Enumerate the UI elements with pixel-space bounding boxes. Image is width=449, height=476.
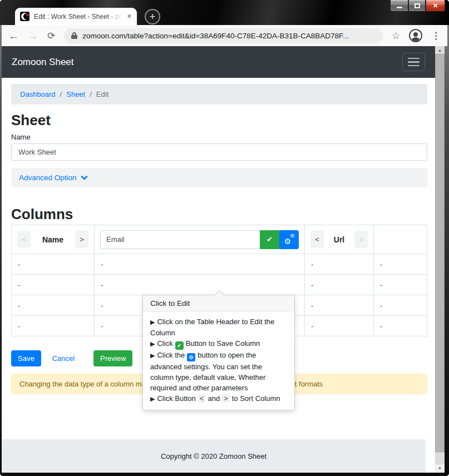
new-tab-button[interactable]: + — [145, 9, 160, 24]
scroll-up-icon[interactable]: ▲ — [435, 46, 445, 54]
table-cell: - — [12, 316, 95, 336]
page-footer: Copyright © 2020 Zomoon Sheet — [2, 439, 426, 473]
bookmark-star-icon[interactable]: ☆ — [392, 30, 400, 42]
popover-line: ▶Click Button<and>to Sort Column — [150, 393, 287, 404]
preview-button[interactable]: Preview — [93, 350, 132, 366]
address-bar[interactable]: zomoon.com/table?action=edit&id=38A69F40… — [64, 28, 383, 43]
table-cell: - — [305, 295, 374, 316]
save-button[interactable]: Save — [11, 350, 41, 366]
column-url-label[interactable]: Url — [334, 235, 344, 244]
table-header-row: < Name > ✔ ⚙⚙ — [12, 225, 427, 254]
browser-menu-icon[interactable]: ⋮ — [431, 30, 441, 42]
save-column-button[interactable]: ✔ — [260, 230, 279, 249]
table-cell: - — [374, 275, 427, 295]
scroll-down-icon[interactable]: ▼ — [435, 464, 445, 473]
bullet-icon: ▶ — [150, 340, 155, 347]
check-icon: ✔ — [267, 235, 273, 244]
site-favicon-icon: ♥ — [20, 12, 29, 21]
table-cell: - — [12, 295, 95, 316]
table-cell: - — [12, 275, 95, 295]
column-name-edit-input[interactable] — [100, 230, 260, 249]
cogs-icon: ⚙⚙ — [284, 235, 294, 245]
minimize-button[interactable] — [390, 0, 408, 12]
close-window-button[interactable]: ✕ — [426, 0, 445, 12]
tab-title: Edit : Work Sheet - Sheet - zomoon — [34, 13, 122, 21]
tab-close-icon[interactable]: ✕ — [127, 13, 132, 20]
name-label: Name — [11, 133, 427, 141]
popover-line: ▶Click✔Button to Save Column — [150, 338, 287, 350]
column-name-label[interactable]: Name — [42, 235, 63, 244]
breadcrumb-sheet-link[interactable]: Sheet — [66, 90, 85, 98]
chevron-down-icon — [81, 174, 88, 181]
breadcrumb-separator: / — [60, 90, 62, 98]
bullet-icon: ▶ — [150, 319, 155, 325]
lock-icon — [71, 32, 77, 39]
columns-heading: Columns — [11, 206, 427, 223]
table-cell: - — [374, 295, 427, 316]
app-navbar: Zomoon Sheet — [2, 46, 435, 78]
brand-title[interactable]: Zomoon Sheet — [12, 57, 74, 68]
popover-line: ▶Click the⚙button to open the advanced s… — [150, 350, 287, 393]
page-scrollbar[interactable]: ▲ ▼ — [435, 46, 445, 473]
table-cell: - — [374, 316, 427, 336]
cogs-icon: ⚙ — [187, 353, 195, 361]
breadcrumb: Dashboard / Sheet / Edit — [11, 84, 427, 105]
window-titlebar: ♥ Edit : Work Sheet - Sheet - zomoon ✕ +… — [0, 0, 449, 25]
popover-line: ▶Click on the Table Header to Edit the C… — [150, 316, 287, 338]
sheet-name-input[interactable] — [11, 143, 427, 161]
breadcrumb-current: Edit — [96, 90, 108, 98]
check-icon: ✔ — [175, 341, 184, 350]
browser-window: ♥ Edit : Work Sheet - Sheet - zomoon ✕ +… — [0, 0, 449, 476]
breadcrumb-separator: / — [90, 90, 92, 98]
popover-body: ▶Click on the Table Header to Edit the C… — [143, 312, 294, 410]
click-to-edit-popover: Click to Edit ▶Click on the Table Header… — [142, 295, 295, 410]
url-text[interactable]: zomoon.com/table?action=edit&id=38A69F40… — [82, 32, 349, 40]
table-cell: - — [305, 254, 374, 275]
sort-right-button[interactable]: > — [354, 231, 368, 248]
popover-title: Click to Edit — [143, 295, 294, 312]
browser-toolbar: ← → ⟳ zomoon.com/table?action=edit&id=38… — [2, 25, 447, 46]
profile-avatar-icon[interactable] — [409, 29, 422, 42]
page-content: Zomoon Sheet Dashboard / Sheet / Edit Sh… — [2, 46, 435, 473]
kbd-greater-than: > — [222, 394, 230, 403]
advanced-option-label: Advanced Option — [19, 173, 77, 182]
table-cell: - — [12, 254, 95, 275]
bullet-icon: ▶ — [150, 395, 155, 402]
hamburger-menu-button[interactable] — [402, 53, 425, 71]
column-header-url[interactable]: < Url > — [305, 225, 374, 254]
table-row: - - - - — [12, 254, 427, 275]
table-cell: - — [95, 254, 305, 275]
table-cell: - — [374, 254, 427, 275]
cancel-button[interactable]: Cancel — [47, 350, 80, 366]
sort-left-button[interactable]: < — [17, 231, 31, 248]
sheet-heading: Sheet — [11, 112, 427, 129]
hamburger-icon — [408, 58, 420, 60]
table-cell: - — [305, 275, 374, 295]
forward-icon: → — [28, 31, 38, 41]
window-controls: ✕ — [390, 0, 445, 12]
minimize-icon — [397, 7, 402, 8]
sort-right-button[interactable]: > — [75, 231, 88, 248]
maximize-icon — [415, 3, 420, 8]
table-cell: - — [305, 316, 374, 336]
advanced-option-toggle[interactable]: Advanced Option — [11, 168, 427, 187]
maximize-button[interactable] — [408, 0, 426, 12]
advanced-settings-button[interactable]: ⚙⚙ — [279, 230, 299, 249]
scrollbar-thumb[interactable] — [435, 54, 445, 452]
sort-left-button[interactable]: < — [310, 231, 324, 248]
column-header-empty — [374, 225, 427, 254]
back-icon[interactable]: ← — [8, 31, 19, 41]
table-cell: - — [95, 275, 305, 295]
web-page: ▲ ▼ Zomoon Sheet Dashboard / Sheet / — [2, 46, 445, 473]
breadcrumb-dashboard-link[interactable]: Dashboard — [20, 90, 56, 98]
browser-tab[interactable]: ♥ Edit : Work Sheet - Sheet - zomoon ✕ — [15, 8, 137, 25]
column-header-email-editing: ✔ ⚙⚙ — [95, 225, 305, 254]
column-header-name[interactable]: < Name > — [12, 225, 95, 254]
bullet-icon: ▶ — [150, 352, 155, 359]
kbd-less-than: < — [198, 394, 206, 403]
reload-icon[interactable]: ⟳ — [47, 30, 55, 42]
